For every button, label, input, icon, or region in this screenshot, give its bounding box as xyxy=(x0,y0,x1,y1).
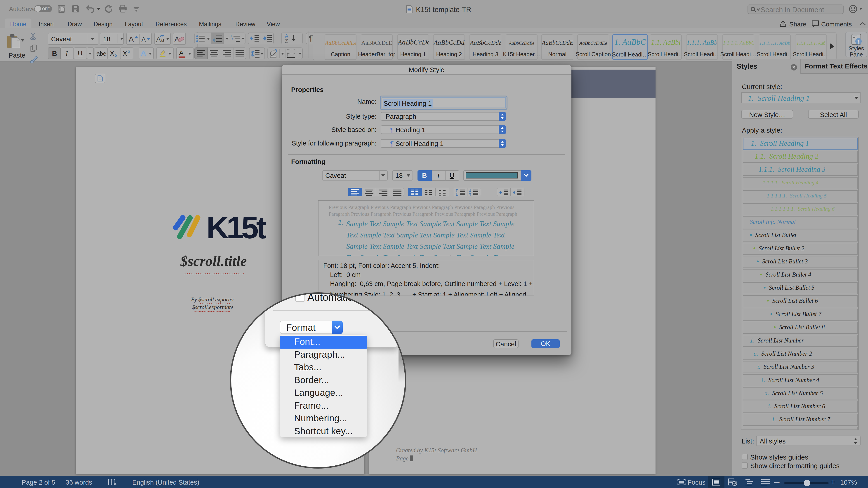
svg-text:3: 3 xyxy=(213,40,215,42)
svg-text:1: 1 xyxy=(230,35,232,37)
svg-text:i: i xyxy=(233,40,233,43)
svg-text:¶: ¶ xyxy=(857,39,860,44)
svg-text:a: a xyxy=(232,37,233,40)
